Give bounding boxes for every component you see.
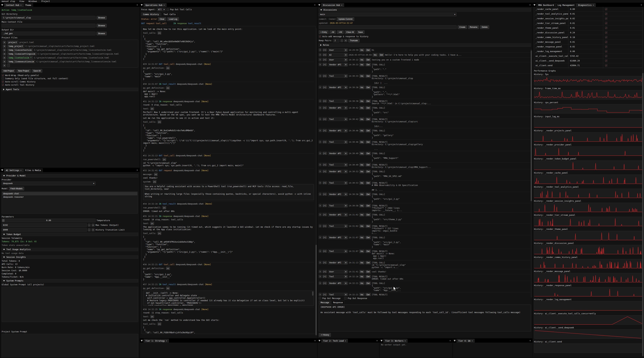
log-code-box[interactable]: You are a helpful coding assistant with … [143,184,314,200]
tab-files-media[interactable]: Files & Media [23,168,43,172]
delete-entry-button[interactable]: Del [366,58,371,61]
add-entry-button[interactable]: + [319,293,322,296]
discussion-scrollbar-thumb[interactable] [531,50,532,201]
role-dropdown[interactable]: Vendor API▼ [328,129,348,132]
delete-entry-button[interactable]: Del [366,86,371,89]
insert-button[interactable]: Ins [360,74,364,78]
add-entry-button[interactable]: + [319,224,322,227]
expand-button[interactable]: [+] [154,173,158,176]
collapse-icon[interactable] [318,339,321,343]
timing-checkbox[interactable]: ✓ [605,8,608,10]
delete-entry-button[interactable]: Del [366,106,371,110]
role-dropdown[interactable]: Vendor API▼ [328,193,348,196]
max-tokens-minus-button[interactable]: - [88,224,90,227]
remove-file-button[interactable]: x [3,64,6,67]
project-file-name-button[interactable]: temp_project [7,44,24,48]
git-browse-button[interactable]: Browse [96,16,107,20]
remove-file-button[interactable]: x [3,49,6,52]
close-icon[interactable]: ✕ [20,4,22,6]
timing-checkbox[interactable]: ✓ [605,50,608,53]
expand-entry-button[interactable]: [+] [322,118,327,121]
role-dropdown[interactable]: Vendor API▼ [328,261,348,264]
close-icon[interactable]: ✕ [164,4,165,6]
history-truncation-plus-button[interactable]: + [92,228,94,231]
expand-button[interactable]: [+] [166,287,170,290]
box-scrollbar-thumb[interactable] [312,291,314,296]
expand-entry-button[interactable]: [+] [322,140,327,143]
expand-entry-button[interactable]: [+] [322,282,327,285]
role-dropdown[interactable]: User▼ [328,48,348,52]
panel-close-icon[interactable]: ✕ [528,339,532,343]
add-entry-button[interactable]: + [319,63,322,66]
remove-file-button[interactable]: x [3,45,6,48]
tab-tier-4[interactable]: Tier 4: QA✕ [456,339,474,343]
message-editor[interactable]: [DEEPSEEK API ERROR] An assistant messag… [319,305,531,331]
collapse-icon[interactable] [0,3,4,7]
delete-entry-button[interactable]: Del [366,193,371,196]
add-entry-button[interactable]: + [319,204,322,207]
role-dropdown[interactable]: Vendor API▼ [328,86,348,89]
insert-button[interactable]: Ins [360,58,364,61]
add-entry-button[interactable]: + [319,106,322,109]
role-dropdown[interactable]: Vendor API▼ [328,106,348,110]
add-entry-button[interactable]: + [319,236,322,239]
role-dropdown[interactable]: Vendor API▼ [328,63,348,66]
insert-button[interactable]: Ins [360,63,364,66]
add-entry-button[interactable]: + [319,152,322,155]
close-icon[interactable]: ✕ [404,340,406,342]
entry-action-button-2[interactable]: +All [337,30,344,34]
expand-button[interactable]: [+] [162,206,166,209]
add-entry-button[interactable]: + [319,48,322,51]
add-entry-button[interactable]: + [319,181,322,184]
insert-button[interactable]: Ins [360,140,364,144]
expand-button[interactable]: [+] [158,120,161,124]
delete-entry-button[interactable]: Del [366,170,371,173]
collapse-icon[interactable] [318,3,321,7]
expand-entry-button[interactable]: [+] [322,74,327,77]
output-dir-browse-button[interactable]: Browse [96,32,107,35]
expand-entry-button[interactable]: [+] [322,48,327,51]
delete-entry-button[interactable]: Del [366,48,371,52]
collapse-icon[interactable] [380,339,384,343]
history-truncation-input[interactable]: 8000 [2,228,87,232]
panel-close-icon[interactable]: ✕ [375,339,379,343]
role-dropdown[interactable]: Tool▼ [328,250,348,253]
tab-context-hub[interactable]: Context Hub✕ [4,3,23,7]
tab-ai-settings[interactable]: AI Settings✕ [4,168,23,172]
keep-pairs-input[interactable]: 2 [333,39,340,42]
role-dropdown[interactable]: Vendor API▼ [328,152,348,155]
expand-button[interactable]: [+] [150,107,154,110]
delete-entry-button[interactable]: Del [366,181,371,184]
insert-button[interactable]: Ins [360,100,364,103]
checkbox[interactable] [2,77,4,80]
expand-entry-button[interactable]: [+] [322,270,327,273]
keep-pairs-minus-button[interactable]: - [340,39,343,42]
delete-entry-button[interactable]: Del [366,282,371,285]
expand-entry-button[interactable]: [+] [322,204,327,207]
tab-tool-calls[interactable]: Tool Calls [162,12,178,16]
expand-entry-button[interactable]: [+] [322,261,327,264]
delete-entry-button[interactable]: Del [366,270,371,273]
project-file-name-button[interactable]: project [7,41,18,44]
checkbox[interactable]: ✓ [2,80,4,83]
insert-button[interactable]: Ins [360,86,364,89]
project-system-prompt-textarea[interactable] [2,334,138,358]
add-entry-button[interactable]: + [319,118,322,121]
remove-file-button[interactable]: x [3,60,6,63]
fetch-models-button[interactable]: Fetch Models [9,187,24,190]
collapse-icon[interactable] [453,339,456,343]
expand-entry-button[interactable]: [+] [322,63,327,66]
insert-button[interactable]: Ins [360,193,364,196]
global-system-prompt-textarea[interactable] [2,287,138,322]
expand-button[interactable]: [+] [150,315,154,318]
to-history-button[interactable]: -> History [319,333,331,337]
menu-item-view[interactable]: View [19,0,24,2]
expand-button[interactable]: [+] [158,31,161,34]
delete-entry-button[interactable]: Del [366,293,371,296]
insert-button[interactable]: Ins [360,204,364,207]
timing-checkbox[interactable]: ✓ [605,36,608,38]
add-entry-button[interactable]: + [319,86,322,89]
menu-item-app[interactable]: manual slop [2,0,15,2]
insert-button[interactable]: Ins [360,293,364,296]
delete-entry-button[interactable]: Del [366,63,371,66]
